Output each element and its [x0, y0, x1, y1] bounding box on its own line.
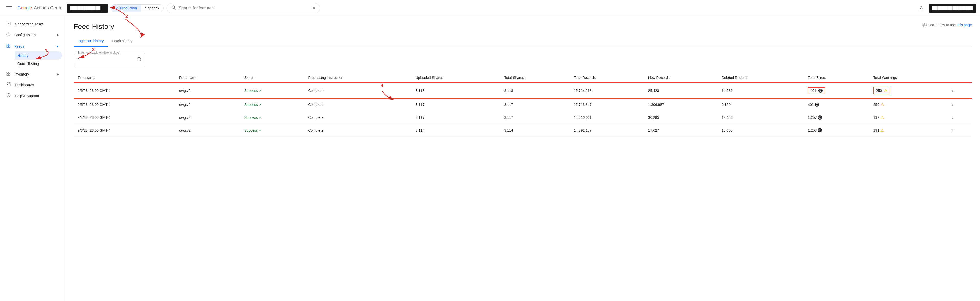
logo-text: Actions Center	[34, 5, 64, 11]
app-header: Google Actions Center ████████████ ✓ Pro…	[0, 0, 980, 16]
cell-new-records: 36,285	[644, 111, 718, 124]
col-total-warnings: Total Warnings	[869, 72, 948, 83]
feed-history-table-container: Timestamp Feed name Status Processing In…	[74, 72, 972, 137]
cell-timestamp: 9/5/23, 23:00 GMT-4	[74, 98, 175, 111]
production-tab[interactable]: ✓ Production	[111, 5, 141, 12]
svg-rect-18	[9, 82, 11, 83]
row-detail-arrow[interactable]: ›	[952, 128, 953, 133]
row-detail-arrow[interactable]: ›	[952, 115, 953, 120]
col-status: Status	[240, 72, 304, 83]
table-row: 9/3/23, 23:00 GMT-4owg.v2Success ✓Comple…	[74, 124, 972, 137]
cell-status: Success ✓	[240, 83, 304, 98]
table-row: 9/4/23, 23:00 GMT-4owg.v2Success ✓Comple…	[74, 111, 972, 124]
menu-icon[interactable]	[4, 3, 14, 13]
feeds-submenu: History Quick Testing	[0, 51, 65, 68]
cell-total-records: 14,392,187	[570, 124, 644, 137]
status-badge: Success ✓	[244, 128, 300, 132]
success-check-icon: ✓	[259, 115, 262, 120]
clear-search-icon[interactable]: ✕	[312, 5, 316, 11]
sidebar-item-configuration[interactable]: Configuration ▶	[0, 29, 65, 40]
cell-deleted-records: 9,159	[718, 98, 803, 111]
lookback-input[interactable]	[77, 57, 123, 62]
cell-total-warnings: 191 ⚠	[869, 124, 948, 137]
col-total-shards: Total Shards	[500, 72, 570, 83]
svg-rect-14	[9, 72, 10, 74]
cell-action[interactable]: ›	[948, 111, 972, 124]
cell-total-shards: 3,117	[500, 98, 570, 111]
svg-rect-2	[6, 10, 12, 10]
cell-uploaded-shards: 3,117	[412, 111, 500, 124]
svg-rect-17	[7, 82, 8, 85]
tab-fetch-history[interactable]: Fetch history	[108, 36, 137, 47]
row-detail-arrow[interactable]: ›	[952, 102, 953, 107]
error-badge: 1,257 ⓘ	[808, 115, 865, 120]
svg-rect-13	[6, 72, 8, 74]
cell-uploaded-shards: 3,117	[412, 98, 500, 111]
cell-action[interactable]: ›	[948, 124, 972, 137]
lookback-search-button[interactable]	[137, 56, 142, 63]
this-page-link[interactable]: this page	[957, 23, 972, 27]
sandbox-tab[interactable]: Sandbox	[141, 5, 163, 12]
search-input[interactable]	[179, 6, 309, 11]
sidebar-item-inventory[interactable]: Inventory ▶	[0, 69, 65, 79]
header-right-account[interactable]: ████████████████	[929, 3, 976, 13]
svg-rect-0	[6, 6, 12, 6]
cell-total-shards: 3,114	[500, 124, 570, 137]
account-selector[interactable]: ████████████	[67, 3, 108, 13]
sidebar-item-help[interactable]: Help & Support	[0, 90, 62, 101]
cell-timestamp: 9/3/23, 23:00 GMT-4	[74, 124, 175, 137]
table-row: 9/5/23, 23:00 GMT-4owg.v2Success ✓Comple…	[74, 98, 972, 111]
cell-deleted-records: 18,055	[718, 124, 803, 137]
main-content: Feed History ⓘ Learn how to use this pag…	[65, 16, 980, 301]
cell-processing-instruction: Complete	[304, 83, 411, 98]
dashboards-icon	[6, 82, 11, 88]
cell-timestamp: 9/6/23, 23:00 GMT-4	[74, 83, 175, 98]
cell-new-records: 1,306,987	[644, 98, 718, 111]
tabs-bar: Ingestion history Fetch history	[74, 36, 972, 47]
svg-line-4	[174, 8, 176, 10]
lookback-container: Enter lookback window in days	[74, 53, 972, 66]
sidebar-item-history[interactable]: History	[15, 51, 62, 60]
success-check-icon: ✓	[259, 102, 262, 107]
warnings-highlighted: 250 ⚠	[873, 86, 890, 94]
page-help: ⓘ Learn how to use this page	[922, 22, 972, 27]
warning-icon: ⚠	[884, 88, 888, 93]
svg-rect-20	[7, 85, 8, 86]
inventory-icon	[6, 71, 11, 77]
tab-ingestion-history[interactable]: Ingestion history	[74, 36, 108, 47]
cell-action[interactable]: ›	[948, 98, 972, 111]
user-account-icon[interactable]	[916, 3, 926, 13]
svg-rect-10	[9, 44, 10, 46]
cell-total-records: 14,416,061	[570, 111, 644, 124]
cell-uploaded-shards: 3,118	[412, 83, 500, 98]
warning-badge: 192 ⚠	[873, 115, 944, 120]
col-processing-instruction: Processing Instruction	[304, 72, 411, 83]
svg-rect-15	[6, 74, 8, 75]
col-deleted-records: Deleted Records	[718, 72, 803, 83]
search-bar: ✕	[167, 3, 320, 13]
col-timestamp: Timestamp	[74, 72, 175, 83]
feeds-chevron: ▼	[56, 45, 59, 48]
sidebar-item-onboarding[interactable]: Onboarding Tasks	[0, 18, 62, 29]
error-badge: 402 ⓘ	[808, 102, 865, 107]
svg-rect-1	[6, 8, 12, 8]
sidebar-item-quick-testing[interactable]: Quick Testing	[15, 60, 62, 68]
onboarding-icon	[6, 21, 11, 27]
cell-total-shards: 3,118	[500, 83, 570, 98]
errors-highlighted: 401 ⓘ	[808, 87, 825, 94]
col-feed-name: Feed name	[175, 72, 240, 83]
svg-rect-12	[9, 46, 10, 48]
sidebar-item-feeds[interactable]: Feeds ▼	[0, 41, 65, 51]
help-icon	[6, 93, 11, 99]
sidebar-item-dashboards[interactable]: Dashboards	[0, 79, 62, 90]
svg-point-22	[8, 96, 9, 96]
feed-history-table: Timestamp Feed name Status Processing In…	[74, 72, 972, 137]
success-check-icon: ✓	[259, 88, 262, 93]
row-detail-arrow[interactable]: ›	[952, 88, 953, 93]
warning-badge: 191 ⚠	[873, 128, 944, 133]
cell-action[interactable]: ›	[948, 83, 972, 98]
cell-deleted-records: 12,446	[718, 111, 803, 124]
cell-feed-name: owg.v2	[175, 111, 240, 124]
page-header: Feed History ⓘ Learn how to use this pag…	[74, 22, 972, 31]
configuration-icon	[6, 32, 11, 37]
